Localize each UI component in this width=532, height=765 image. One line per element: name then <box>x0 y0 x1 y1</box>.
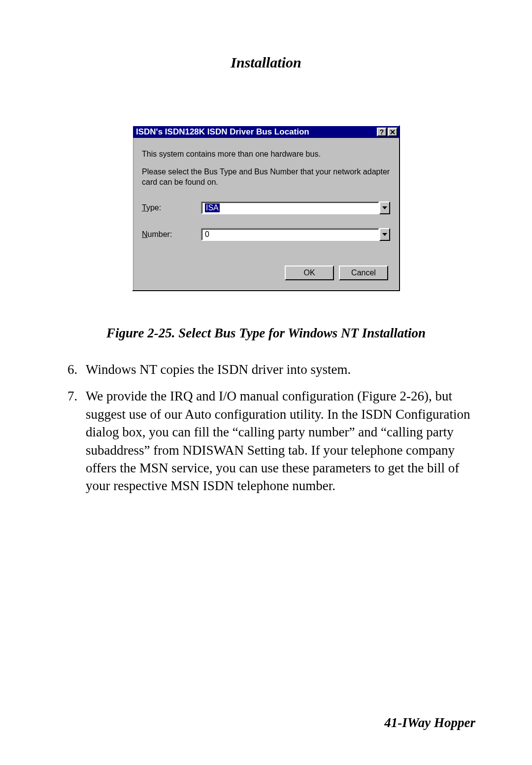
number-value: 0 <box>201 228 379 241</box>
dialog-message-2: Please select the Bus Type and Bus Numbe… <box>142 166 390 188</box>
svg-marker-3 <box>382 233 387 236</box>
type-combobox[interactable]: ISA <box>201 201 390 214</box>
number-label-rest: umber: <box>148 230 172 238</box>
dialog-message-1: This system contains more than one hardw… <box>142 149 390 160</box>
dialog-body: This system contains more than one hardw… <box>133 138 399 290</box>
cancel-button-label: Cancel <box>351 268 376 277</box>
type-label: Type: <box>142 203 201 212</box>
number-combobox[interactable]: 0 <box>201 228 390 241</box>
list-item: We provide the IRQ and I/O manual config… <box>81 387 483 495</box>
bus-location-dialog: ISDN's ISDN128K ISDN Driver Bus Location… <box>132 125 400 291</box>
number-label-accel: N <box>142 230 148 238</box>
number-row: Number: 0 <box>142 228 390 241</box>
dialog-title: ISDN's ISDN128K ISDN Driver Bus Location <box>136 127 375 137</box>
dialog-titlebar[interactable]: ISDN's ISDN128K ISDN Driver Bus Location… <box>133 126 399 138</box>
page-title: Installation <box>49 54 483 71</box>
list-item: Windows NT copies the ISDN driver into s… <box>81 361 483 378</box>
titlebar-buttons: ? <box>377 128 398 136</box>
type-dropdown-button[interactable] <box>379 201 390 214</box>
dialog-actions: OK Cancel <box>142 266 390 280</box>
figure-caption: Figure 2-25. Select Bus Type for Windows… <box>49 326 483 341</box>
svg-marker-2 <box>382 206 387 209</box>
ok-button[interactable]: OK <box>285 266 334 280</box>
chevron-down-icon <box>382 233 387 236</box>
chevron-down-icon <box>382 206 387 209</box>
cancel-button[interactable]: Cancel <box>339 266 388 280</box>
type-value-text: ISA <box>205 203 220 212</box>
number-value-text: 0 <box>205 230 209 239</box>
document-page: Installation ISDN's ISDN128K ISDN Driver… <box>0 0 532 765</box>
page-footer-label: 41-IWay Hopper <box>384 715 475 731</box>
close-button[interactable] <box>388 128 398 136</box>
step-list: Windows NT copies the ISDN driver into s… <box>49 361 483 504</box>
ok-button-label: OK <box>303 268 315 277</box>
type-label-accel: T <box>142 203 146 212</box>
close-icon <box>390 129 395 135</box>
help-button[interactable]: ? <box>377 128 387 136</box>
help-icon: ? <box>380 129 384 135</box>
dialog-wrapper: ISDN's ISDN128K ISDN Driver Bus Location… <box>49 125 483 291</box>
number-dropdown-button[interactable] <box>379 228 390 241</box>
type-value: ISA <box>201 201 379 214</box>
type-label-rest: ype: <box>146 203 161 212</box>
type-row: Type: ISA <box>142 201 390 214</box>
number-label: Number: <box>142 230 201 239</box>
